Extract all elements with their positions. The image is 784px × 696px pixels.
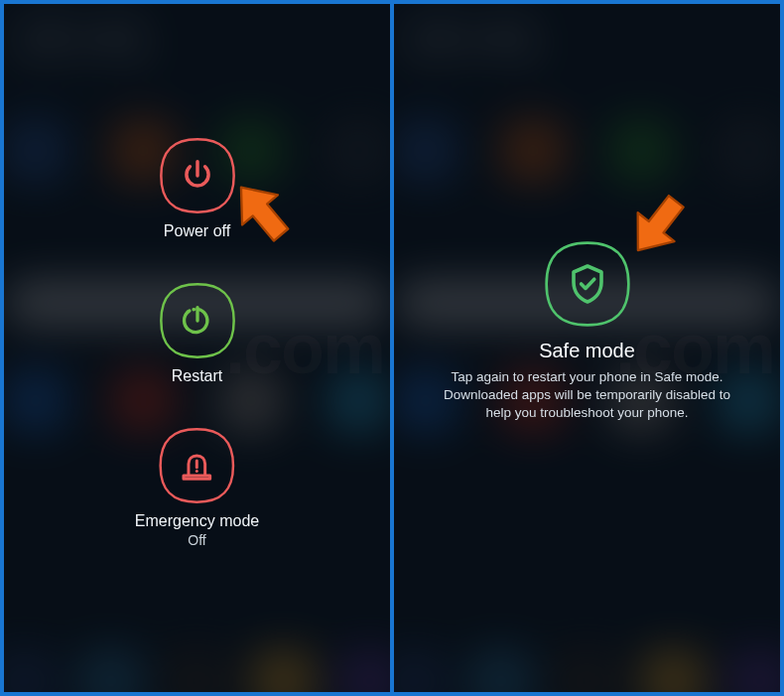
emergency-state: Off bbox=[188, 532, 205, 548]
screenshot-power-menu: 15:41 .com bbox=[4, 4, 390, 692]
emergency-icon bbox=[177, 446, 216, 486]
restart-option[interactable]: Restart bbox=[159, 282, 236, 385]
emergency-button[interactable] bbox=[158, 427, 235, 504]
screenshot-safe-mode: 15:41 .com bbox=[394, 4, 780, 692]
emergency-label: Emergency mode bbox=[135, 512, 259, 530]
svg-point-0 bbox=[196, 470, 198, 473]
restart-button[interactable] bbox=[159, 282, 236, 359]
power-icon bbox=[179, 157, 216, 195]
power-off-label: Power off bbox=[164, 222, 230, 240]
pointer-arrow-safemode bbox=[620, 185, 698, 262]
safe-mode-title: Safe mode bbox=[539, 340, 635, 362]
pointer-arrow-poweroff bbox=[224, 175, 302, 252]
emergency-option[interactable]: Emergency mode Off bbox=[135, 427, 259, 548]
restart-icon bbox=[178, 301, 217, 341]
shield-check-icon bbox=[564, 260, 611, 308]
safe-mode-button[interactable] bbox=[544, 240, 631, 328]
restart-label: Restart bbox=[172, 367, 223, 385]
safe-mode-description: Tap again to restart your phone in Safe … bbox=[429, 368, 746, 423]
tutorial-frame: 15:41 .com bbox=[0, 0, 784, 696]
safe-mode-option[interactable]: Safe mode Tap again to restart your phon… bbox=[429, 240, 746, 423]
